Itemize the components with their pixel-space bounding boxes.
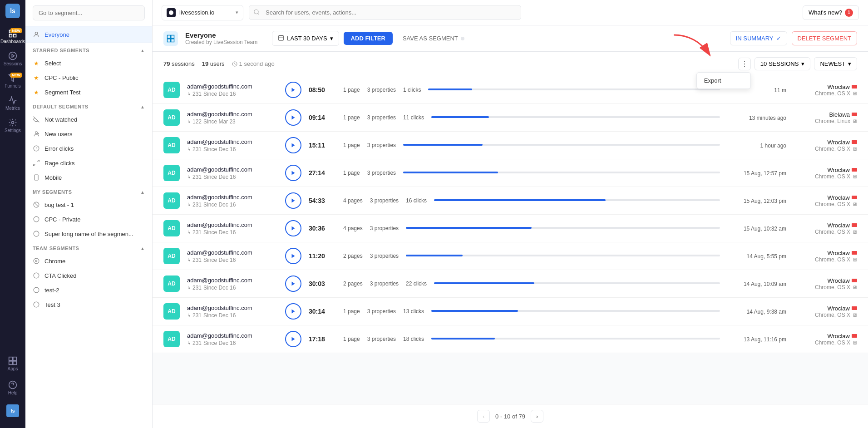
session-count: 231	[192, 285, 202, 291]
session-duration: 11:20	[309, 252, 336, 260]
session-row[interactable]: AD adam@goodstuffinc.com ↳ 231 Since Dec…	[153, 76, 868, 104]
topbar-right: What's new? 1	[803, 5, 859, 20]
play-button[interactable]	[285, 82, 301, 98]
whats-new-label: What's new?	[809, 9, 842, 16]
add-filter-button[interactable]: ADD FILTER	[344, 32, 393, 45]
segment-header: Everyone Created by LiveSession Team LAS…	[153, 25, 868, 52]
nav-item-metrics[interactable]: Metrics	[0, 92, 25, 114]
progress-fill	[403, 144, 482, 146]
more-options-button[interactable]: ⋮	[738, 58, 751, 70]
sidebar-item-cpc-public[interactable]: ★ CPC - Public	[25, 70, 152, 85]
progress-bar	[406, 255, 720, 256]
sidebar-item-error-clicks[interactable]: Error clicks	[25, 141, 152, 156]
play-button[interactable]	[285, 331, 301, 347]
workspace-selector[interactable]: livesession.io ▾	[162, 5, 243, 20]
session-count: 231	[192, 146, 202, 153]
session-row[interactable]: AD adam@goodstuffinc.com ↳ 231 Since Dec…	[153, 215, 868, 242]
sidebar-item-test3[interactable]: Test 3	[25, 297, 152, 312]
play-button[interactable]	[285, 137, 301, 153]
sidebar-item-mobile[interactable]: Mobile	[25, 170, 152, 185]
team-section-header[interactable]: TEAM SEGMENTS ▲	[25, 241, 152, 254]
everyone-segment-item[interactable]: Everyone	[25, 26, 152, 43]
sidebar-item-rage-clicks[interactable]: Rage clicks	[25, 156, 152, 170]
session-stats: 4 pages 3 properties	[343, 225, 720, 231]
session-row[interactable]: AD adam@goodstuffinc.com ↳ 231 Since Dec…	[153, 242, 868, 270]
play-button[interactable]	[285, 165, 301, 181]
session-row[interactable]: AD adam@goodstuffinc.com ↳ 231 Since Dec…	[153, 270, 868, 298]
sidebar-header	[25, 0, 152, 26]
error-clicks-icon	[33, 145, 40, 152]
star-icon-select: ★	[33, 59, 40, 67]
flag-icon	[852, 334, 857, 338]
sidebar-item-chrome[interactable]: Chrome	[25, 254, 152, 268]
apps-icon	[8, 356, 17, 365]
browser-name: Chrome, Linux	[815, 118, 850, 124]
session-count: 231	[192, 340, 202, 346]
session-row[interactable]: AD adam@goodstuffinc.com ↳ 231 Since Dec…	[153, 132, 868, 159]
my-section-header[interactable]: MY SEGMENTS ▲	[25, 185, 152, 197]
sidebar-item-select[interactable]: ★ Select	[25, 56, 152, 70]
next-page-button[interactable]: ›	[531, 410, 543, 423]
nav-item-settings[interactable]: Settings	[0, 114, 25, 137]
session-row[interactable]: AD adam@goodstuffinc.com ↳ 231 Since Dec…	[153, 159, 868, 187]
star-icon-cpc: ★	[33, 74, 40, 81]
play-button[interactable]	[285, 303, 301, 320]
session-row[interactable]: AD adam@goodstuffinc.com ↳ 231 Since Dec…	[153, 298, 868, 325]
sidebar-item-test2[interactable]: test-2	[25, 283, 152, 297]
segment-search-input[interactable]	[33, 5, 145, 20]
whats-new-button[interactable]: What's new? 1	[803, 5, 859, 20]
workspace-name: livesession.io	[179, 9, 232, 16]
nav-item-funnels[interactable]: NEW Funnels	[0, 70, 25, 92]
global-search-input[interactable]	[249, 5, 521, 20]
default-section-header[interactable]: DEFAULT SEGMENTS ▲	[25, 99, 152, 112]
nav-item-sessions[interactable]: Sessions	[0, 48, 25, 70]
sidebar-item-cpc-private[interactable]: CPC - Private	[25, 212, 152, 226]
save-segment-button[interactable]: SAVE AS SEGMENT	[397, 32, 470, 45]
export-item[interactable]: Export	[697, 73, 750, 89]
nav-item-apps[interactable]: Apps	[0, 353, 25, 375]
duration-time: 15:11	[309, 142, 336, 149]
new-badge: NEW	[10, 28, 22, 33]
default-section-title: DEFAULT SEGMENTS	[33, 104, 89, 109]
session-stats: 1 page 3 properties 11 clicks	[343, 114, 720, 121]
play-button[interactable]	[285, 109, 301, 126]
session-row[interactable]: AD adam@goodstuffinc.com ↳ 122 Since Mar…	[153, 104, 868, 132]
session-since: Since Dec 16	[203, 91, 236, 97]
progress-bar	[403, 172, 720, 173]
location-name: Wroclaw	[827, 333, 850, 339]
session-time-text: 14 Aug, 9:38 am	[747, 309, 786, 315]
play-button[interactable]	[285, 248, 301, 264]
play-button[interactable]	[285, 192, 301, 209]
session-meta: ↳ 231 Since Dec 16	[187, 340, 278, 346]
nav-item-dashboards[interactable]: NEW Dashboards	[0, 25, 25, 48]
date-filter-button[interactable]: LAST 30 DAYS ▾	[272, 31, 339, 46]
session-row[interactable]: AD adam@goodstuffinc.com ↳ 231 Since Dec…	[153, 325, 868, 353]
session-row[interactable]: AD adam@goodstuffinc.com ↳ 231 Since Dec…	[153, 187, 868, 215]
pages-stat: 1 page	[343, 114, 360, 121]
starred-section-header[interactable]: STARRED SEGMENTS ▲	[25, 43, 152, 56]
nav-item-user[interactable]: ls	[0, 401, 25, 421]
sort-button[interactable]: NEWEST ▾	[814, 57, 857, 70]
session-meta: ↳ 231 Since Dec 16	[187, 312, 278, 319]
topbar: livesession.io ▾ What's new? 1	[153, 0, 868, 25]
prev-page-button[interactable]: ‹	[477, 410, 490, 423]
sidebar-item-cta-clicked[interactable]: CTA Clicked	[25, 268, 152, 283]
session-since: Since Dec 16	[203, 285, 236, 291]
browser-text: Chrome, OS X 🖥	[794, 173, 857, 180]
session-time: 1 hour ago	[727, 142, 786, 149]
location-name: Bielawa	[829, 111, 850, 118]
sidebar-item-bug-test[interactable]: bug test - 1	[25, 197, 152, 212]
per-page-button[interactable]: 10 SESSIONS ▾	[755, 57, 811, 70]
play-button[interactable]	[285, 220, 301, 236]
progress-fill	[403, 172, 498, 173]
play-button[interactable]	[285, 275, 301, 292]
properties-stat: 3 properties	[367, 170, 396, 176]
nav-item-help[interactable]: Help	[0, 377, 25, 399]
sidebar-item-super-long[interactable]: Super long name of the segmen...	[25, 226, 152, 241]
in-summary-button[interactable]: IN SUMMARY ✓	[730, 31, 787, 45]
sidebar-item-segment-test[interactable]: ★ Segment Test	[25, 85, 152, 99]
delete-segment-button[interactable]: DELETE SEGMENT	[792, 31, 857, 45]
sidebar-item-not-watched[interactable]: Not watched	[25, 112, 152, 127]
sidebar-item-new-users[interactable]: New users	[25, 127, 152, 141]
mobile-icon	[33, 174, 40, 181]
